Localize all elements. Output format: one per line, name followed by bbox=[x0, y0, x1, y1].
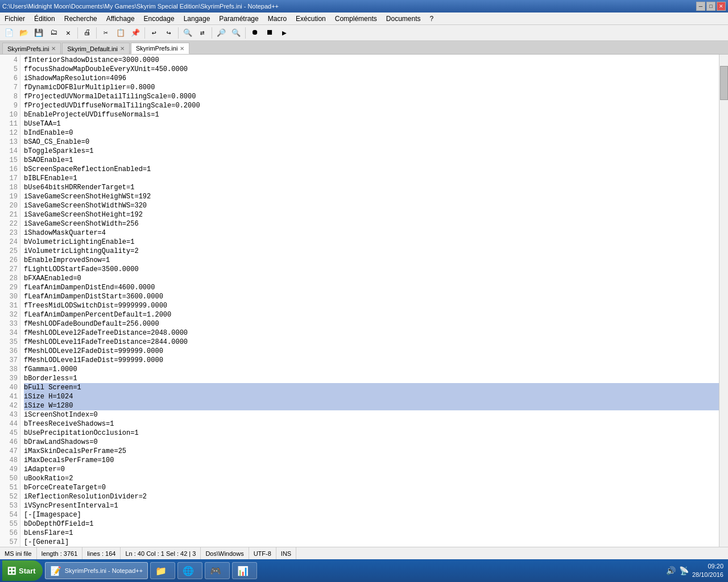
scrollbar-thumb[interactable] bbox=[720, 66, 728, 100]
toolbar-close[interactable]: ✕ bbox=[61, 26, 75, 40]
toolbar-new[interactable]: 📄 bbox=[2, 26, 16, 40]
code-line-57[interactable]: [-[General] bbox=[24, 538, 719, 547]
tray-network-icon[interactable]: 🔊 bbox=[666, 566, 676, 575]
maximize-button[interactable]: □ bbox=[706, 2, 715, 11]
code-line-37[interactable]: fMeshLODLevel1FadeDist=999999.0000 bbox=[24, 356, 719, 365]
toolbar-find[interactable]: 🔍 bbox=[181, 26, 195, 40]
code-line-30[interactable]: fLeafAnimDampenDistStart=3600.0000 bbox=[24, 292, 719, 301]
start-button[interactable]: ⊞ Start bbox=[2, 560, 43, 581]
code-line-50[interactable]: uBookRatio=2 bbox=[24, 474, 719, 483]
toolbar-paste[interactable]: 📌 bbox=[129, 26, 142, 40]
code-line-56[interactable]: bLensFlare=1 bbox=[24, 529, 719, 538]
code-line-16[interactable]: bScreenSpaceReflectionEnabled=1 bbox=[24, 165, 719, 174]
tab-2[interactable]: SkyrimPrefs.ini✕ bbox=[131, 43, 189, 54]
code-line-31[interactable]: fTreesMidLODSwitchDist=9999999.0000 bbox=[24, 301, 719, 310]
code-line-45[interactable]: bUsePrecipitationOcclusion=1 bbox=[24, 429, 719, 438]
menu-item-fichier[interactable]: Fichier bbox=[0, 13, 30, 24]
code-line-42[interactable]: iSize W=1280 bbox=[24, 401, 719, 410]
code-line-34[interactable]: fMeshLODLevel2FadeTreeDistance=2048.0000 bbox=[24, 329, 719, 338]
toolbar-macro-play[interactable]: ▶ bbox=[278, 26, 291, 40]
toolbar-replace[interactable]: ⇄ bbox=[196, 26, 209, 40]
close-button[interactable]: ✕ bbox=[717, 2, 726, 11]
code-line-32[interactable]: fLeafAnimDampenPercentDefault=1.2000 bbox=[24, 310, 719, 319]
code-line-7[interactable]: fDynamicDOFBlurMultiplier=0.8000 bbox=[24, 83, 719, 92]
tab-close-0[interactable]: ✕ bbox=[51, 45, 56, 52]
tab-1[interactable]: Skyrim_Default.ini✕ bbox=[62, 43, 130, 54]
code-line-4[interactable]: fInteriorShadowDistance=3000.0000 bbox=[24, 56, 719, 65]
code-line-6[interactable]: iShadowMapResolution=4096 bbox=[24, 74, 719, 83]
code-line-51[interactable]: bForceCreateTarget=0 bbox=[24, 483, 719, 492]
code-line-26[interactable]: bEnableImprovedSnow=1 bbox=[24, 256, 719, 265]
toolbar-undo[interactable]: ↩ bbox=[147, 26, 161, 40]
toolbar-redo[interactable]: ↪ bbox=[162, 26, 176, 40]
editor-content[interactable]: fInteriorShadowDistance=3000.0000 ffocus… bbox=[20, 55, 719, 547]
clock[interactable]: 09:20 28/10/2016 bbox=[692, 562, 723, 580]
code-line-52[interactable]: iReflectionResolutionDivider=2 bbox=[24, 492, 719, 501]
code-line-18[interactable]: bUse64bitsHDRRenderTarget=1 bbox=[24, 183, 719, 192]
taskbar-app-1[interactable]: 📁 bbox=[150, 562, 175, 579]
code-line-28[interactable]: bFXAAEnabled=0 bbox=[24, 274, 719, 283]
code-line-48[interactable]: iMaxDecalsPerFrame=100 bbox=[24, 456, 719, 465]
menu-item-affichage[interactable]: Affichage bbox=[102, 13, 139, 24]
minimize-button[interactable]: ─ bbox=[696, 2, 705, 11]
menu-item-langage[interactable]: Langage bbox=[179, 13, 215, 24]
menu-item-documents[interactable]: Documents bbox=[382, 13, 425, 24]
code-line-40[interactable]: bFull Screen=1 bbox=[24, 383, 719, 392]
code-line-54[interactable]: [-[Imagespace] bbox=[24, 510, 719, 519]
code-line-39[interactable]: bBorderless=1 bbox=[24, 374, 719, 383]
code-line-22[interactable]: iSaveGameScreenShotWidth=256 bbox=[24, 219, 719, 228]
tab-close-1[interactable]: ✕ bbox=[120, 45, 125, 52]
code-line-17[interactable]: bIBLFEnable=1 bbox=[24, 174, 719, 183]
scrollbar[interactable] bbox=[719, 55, 728, 547]
tray-volume-icon[interactable]: 📡 bbox=[679, 566, 689, 575]
code-line-43[interactable]: iScreenShotIndex=0 bbox=[24, 410, 719, 419]
code-line-24[interactable]: bVolumetricLightingEnable=1 bbox=[24, 238, 719, 247]
code-line-46[interactable]: bDrawLandShadows=0 bbox=[24, 438, 719, 447]
menu-item-?[interactable]: ? bbox=[425, 13, 439, 24]
code-line-44[interactable]: bTreesReceiveShadows=1 bbox=[24, 419, 719, 429]
toolbar-macro-stop[interactable]: ⏹ bbox=[263, 26, 276, 40]
toolbar-save[interactable]: 💾 bbox=[32, 26, 46, 40]
toolbar-zoom-out[interactable]: 🔍 bbox=[229, 26, 243, 40]
code-line-13[interactable]: bSAO_CS_Enable=0 bbox=[24, 138, 719, 147]
code-line-12[interactable]: bIndEnable=0 bbox=[24, 128, 719, 138]
code-line-20[interactable]: iSaveGameScreenShotWidthWS=320 bbox=[24, 201, 719, 210]
menu-item-recherche[interactable]: Recherche bbox=[60, 13, 102, 24]
code-line-47[interactable]: iMaxSkinDecalsPerFrame=25 bbox=[24, 447, 719, 456]
tab-0[interactable]: SkyrimPrefs.ini✕ bbox=[2, 43, 61, 54]
menu-item-compléments[interactable]: Compléments bbox=[330, 13, 382, 24]
toolbar-save-all[interactable]: 🗂 bbox=[47, 26, 60, 40]
toolbar-copy[interactable]: 📋 bbox=[114, 26, 127, 40]
code-line-55[interactable]: bDoDepthOfField=1 bbox=[24, 519, 719, 529]
code-line-23[interactable]: iShadowMaskQuarter=4 bbox=[24, 228, 719, 238]
menu-item-exécution[interactable]: Exécution bbox=[291, 13, 330, 24]
taskbar-app-2[interactable]: 🌐 bbox=[177, 562, 202, 579]
toolbar-print[interactable]: 🖨 bbox=[80, 26, 94, 40]
code-line-10[interactable]: bEnableProjecteUVDiffuseNormals=1 bbox=[24, 110, 719, 119]
taskbar-app-3[interactable]: 🎮 bbox=[205, 562, 230, 579]
code-line-9[interactable]: fProjectedUVDiffuseNormalTilingScale=0.2… bbox=[24, 101, 719, 110]
code-line-19[interactable]: iSaveGameScreenShotHeighWSt=192 bbox=[24, 192, 719, 201]
tab-close-2[interactable]: ✕ bbox=[180, 45, 184, 52]
code-line-15[interactable]: bSAOEnable=1 bbox=[24, 156, 719, 165]
code-line-36[interactable]: fMeshLODLevel2FadeDist=999999.0000 bbox=[24, 347, 719, 356]
taskbar-app-4[interactable]: 📊 bbox=[232, 562, 257, 579]
code-line-38[interactable]: fGamma=1.0000 bbox=[24, 365, 719, 374]
code-line-53[interactable]: iVSyncPresentInterval=1 bbox=[24, 501, 719, 510]
toolbar-cut[interactable]: ✂ bbox=[99, 26, 113, 40]
code-line-21[interactable]: iSaveGameScreenShotHeight=192 bbox=[24, 210, 719, 219]
menu-item-encodage[interactable]: Encodage bbox=[139, 13, 179, 24]
code-line-35[interactable]: fMeshLODLevel1FadeTreeDistance=2844.0000 bbox=[24, 338, 719, 347]
code-line-27[interactable]: fLightLODStartFade=3500.0000 bbox=[24, 265, 719, 274]
toolbar-zoom-in[interactable]: 🔎 bbox=[214, 26, 228, 40]
code-line-25[interactable]: iVolumetricLightingQuality=2 bbox=[24, 247, 719, 256]
code-line-29[interactable]: fLeafAnimDampenDistEnd=4600.0000 bbox=[24, 283, 719, 292]
taskbar-app-0[interactable]: 📝SkyrimPrefs.ini - Notepad++ bbox=[45, 562, 148, 579]
code-line-14[interactable]: bToggleSparkles=1 bbox=[24, 147, 719, 156]
toolbar-macro-record[interactable]: ⏺ bbox=[248, 26, 262, 40]
code-line-5[interactable]: ffocusShadowMapDoubleEveryXUnit=450.0000 bbox=[24, 65, 719, 74]
menu-item-macro[interactable]: Macro bbox=[263, 13, 291, 24]
code-line-8[interactable]: fProjectedUVNormalDetailTilingScale=0.80… bbox=[24, 92, 719, 101]
code-line-49[interactable]: iAdapter=0 bbox=[24, 465, 719, 474]
code-line-33[interactable]: fMeshLODFadeBoundDefault=256.0000 bbox=[24, 319, 719, 329]
